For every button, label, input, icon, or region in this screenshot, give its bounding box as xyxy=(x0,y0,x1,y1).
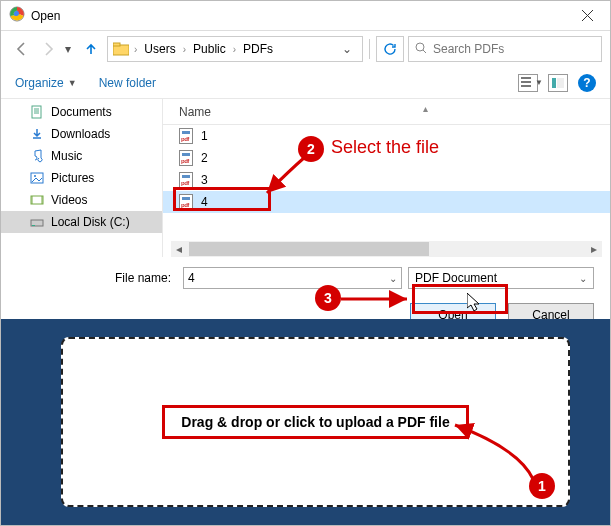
annotation-text-select: Select the file xyxy=(331,137,439,158)
svg-point-7 xyxy=(34,175,36,177)
breadcrumb-dropdown[interactable]: ⌄ xyxy=(336,42,358,56)
filetype-select[interactable]: PDF Document⌄ xyxy=(408,267,594,289)
nav-back[interactable] xyxy=(9,37,33,61)
filename-label: File name: xyxy=(17,271,177,285)
svg-rect-5 xyxy=(32,106,41,118)
documents-icon xyxy=(29,104,45,120)
app-icon xyxy=(9,6,25,25)
svg-rect-3 xyxy=(113,43,120,46)
toolbar: Organize ▼ New folder ▼ ? xyxy=(1,67,610,99)
sidebar-item-documents[interactable]: Documents xyxy=(1,101,162,123)
chevron-down-icon[interactable]: ⌄ xyxy=(579,273,587,284)
chevron-right-icon[interactable]: › xyxy=(181,44,188,55)
svg-point-4 xyxy=(416,43,424,51)
upload-instruction: Drag & drop or click to upload a PDF fil… xyxy=(162,405,468,439)
sidebar: Documents Downloads Music Pictures Video… xyxy=(1,99,163,257)
preview-pane-button[interactable] xyxy=(548,74,568,92)
annotation-step-3: 3 xyxy=(315,285,341,311)
nav-bar: ▾ › Users › Public › PDFs ⌄ Search PDFs xyxy=(1,31,610,67)
folder-icon xyxy=(112,40,130,58)
help-button[interactable]: ? xyxy=(578,74,596,92)
mouse-cursor-icon xyxy=(467,293,483,316)
sidebar-item-pictures[interactable]: Pictures xyxy=(1,167,162,189)
music-icon xyxy=(29,148,45,164)
filename-input[interactable]: 4⌄ xyxy=(183,267,402,289)
titlebar: Open xyxy=(1,1,610,31)
refresh-button[interactable] xyxy=(376,36,404,62)
sidebar-item-local-disk[interactable]: Local Disk (C:) xyxy=(1,211,162,233)
pdf-file-icon xyxy=(179,128,193,144)
annotation-step-2: 2 xyxy=(298,136,324,162)
pdf-file-icon xyxy=(179,172,193,188)
disk-icon xyxy=(29,214,45,230)
annotation-step-1: 1 xyxy=(529,473,555,499)
nav-history-dropdown[interactable]: ▾ xyxy=(65,42,75,56)
nav-forward[interactable] xyxy=(37,37,61,61)
view-mode-button[interactable]: ▼ xyxy=(518,74,538,92)
pdf-file-icon xyxy=(179,150,193,166)
search-icon xyxy=(415,42,427,57)
chevron-right-icon[interactable]: › xyxy=(132,44,139,55)
close-button[interactable] xyxy=(565,1,610,30)
pdf-file-icon xyxy=(179,194,193,210)
file-row-selected[interactable]: 4 xyxy=(163,191,610,213)
sidebar-item-videos[interactable]: Videos xyxy=(1,189,162,211)
svg-rect-8 xyxy=(31,196,43,204)
sidebar-item-downloads[interactable]: Downloads xyxy=(1,123,162,145)
chevron-down-icon[interactable]: ⌄ xyxy=(389,273,397,284)
nav-up[interactable] xyxy=(79,37,103,61)
annotation-arrow-1 xyxy=(449,419,543,490)
sort-indicator-icon: ▴ xyxy=(423,103,428,114)
breadcrumb[interactable]: › Users › Public › PDFs ⌄ xyxy=(107,36,363,62)
search-input[interactable]: Search PDFs xyxy=(408,36,602,62)
crumb-pdfs[interactable]: PDFs xyxy=(240,42,276,56)
crumb-users[interactable]: Users xyxy=(141,42,178,56)
videos-icon xyxy=(29,192,45,208)
crumb-public[interactable]: Public xyxy=(190,42,229,56)
col-name[interactable]: Name xyxy=(179,105,379,119)
annotation-arrow-3 xyxy=(341,292,415,309)
horizontal-scrollbar[interactable]: ◂▸ xyxy=(171,241,602,257)
chevron-right-icon[interactable]: › xyxy=(231,44,238,55)
search-placeholder: Search PDFs xyxy=(433,42,504,56)
svg-rect-10 xyxy=(32,225,35,226)
pictures-icon xyxy=(29,170,45,186)
new-folder-button[interactable]: New folder xyxy=(99,76,156,90)
column-header[interactable]: Name ▴ xyxy=(163,99,610,125)
file-list: Name ▴ 1 2 3 4 ◂▸ xyxy=(163,99,610,257)
annotation-arrow-2 xyxy=(261,153,311,202)
sidebar-item-music[interactable]: Music xyxy=(1,145,162,167)
organize-menu[interactable]: Organize ▼ xyxy=(15,76,77,90)
window-title: Open xyxy=(31,9,60,23)
downloads-icon xyxy=(29,126,45,142)
file-row[interactable]: 3 xyxy=(163,169,610,191)
